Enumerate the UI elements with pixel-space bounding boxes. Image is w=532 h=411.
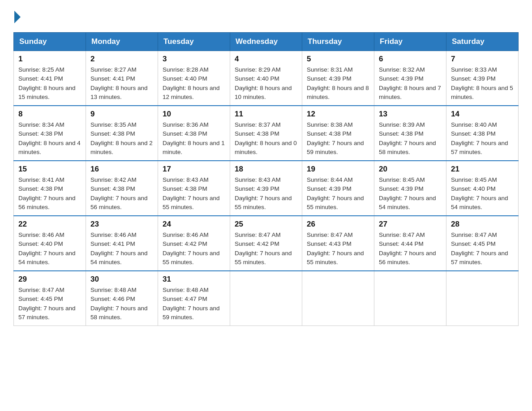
day-info: Sunrise: 8:34 AM Sunset: 4:38 PM Dayligh… [18,120,81,157]
day-info: Sunrise: 8:48 AM Sunset: 4:47 PM Dayligh… [163,286,225,322]
day-info: Sunrise: 8:37 AM Sunset: 4:38 PM Dayligh… [235,120,297,157]
day-info: Sunrise: 8:38 AM Sunset: 4:38 PM Dayligh… [307,120,369,157]
calendar-header-row: SundayMondayTuesdayWednesdayThursdayFrid… [14,33,519,51]
day-info: Sunrise: 8:31 AM Sunset: 4:39 PM Dayligh… [307,65,369,102]
calendar-cell: 17 Sunrise: 8:43 AM Sunset: 4:38 PM Dayl… [158,161,230,216]
day-info: Sunrise: 8:46 AM Sunset: 4:41 PM Dayligh… [90,231,153,267]
day-info: Sunrise: 8:48 AM Sunset: 4:46 PM Dayligh… [90,286,153,322]
calendar-cell: 1 Sunrise: 8:25 AM Sunset: 4:41 PM Dayli… [14,51,86,106]
calendar-cell: 31 Sunrise: 8:48 AM Sunset: 4:47 PM Dayl… [158,271,230,326]
day-info: Sunrise: 8:43 AM Sunset: 4:39 PM Dayligh… [235,176,297,212]
day-number: 16 [90,165,153,174]
day-number: 17 [163,165,225,174]
calendar-cell: 19 Sunrise: 8:44 AM Sunset: 4:39 PM Dayl… [302,161,374,216]
day-info: Sunrise: 8:44 AM Sunset: 4:39 PM Dayligh… [307,176,369,212]
day-info: Sunrise: 8:46 AM Sunset: 4:42 PM Dayligh… [163,231,225,267]
calendar-week-row: 22 Sunrise: 8:46 AM Sunset: 4:40 PM Dayl… [14,216,519,271]
day-info: Sunrise: 8:47 AM Sunset: 4:42 PM Dayligh… [235,231,297,267]
calendar-cell: 18 Sunrise: 8:43 AM Sunset: 4:39 PM Dayl… [230,161,302,216]
calendar-cell: 2 Sunrise: 8:27 AM Sunset: 4:41 PM Dayli… [86,51,158,106]
day-info: Sunrise: 8:25 AM Sunset: 4:41 PM Dayligh… [18,65,81,102]
calendar-cell [446,271,519,326]
calendar-cell: 20 Sunrise: 8:45 AM Sunset: 4:39 PM Dayl… [374,161,446,216]
calendar-cell: 10 Sunrise: 8:36 AM Sunset: 4:38 PM Dayl… [158,106,230,161]
calendar-cell: 28 Sunrise: 8:47 AM Sunset: 4:45 PM Dayl… [446,216,519,271]
page-header [13,9,519,23]
day-number: 29 [18,275,81,284]
day-number: 27 [379,220,442,229]
calendar-cell: 11 Sunrise: 8:37 AM Sunset: 4:38 PM Dayl… [230,106,302,161]
calendar-cell: 26 Sunrise: 8:47 AM Sunset: 4:43 PM Dayl… [302,216,374,271]
calendar-cell: 23 Sunrise: 8:46 AM Sunset: 4:41 PM Dayl… [86,216,158,271]
day-number: 4 [235,55,297,64]
calendar-cell: 13 Sunrise: 8:39 AM Sunset: 4:38 PM Dayl… [374,106,446,161]
day-info: Sunrise: 8:32 AM Sunset: 4:39 PM Dayligh… [379,65,442,102]
logo [13,9,21,23]
day-info: Sunrise: 8:41 AM Sunset: 4:38 PM Dayligh… [18,176,81,212]
day-number: 15 [18,165,81,174]
day-info: Sunrise: 8:47 AM Sunset: 4:43 PM Dayligh… [307,231,369,267]
day-info: Sunrise: 8:28 AM Sunset: 4:40 PM Dayligh… [163,65,225,102]
calendar-cell [374,271,446,326]
day-number: 5 [307,55,369,64]
day-number: 24 [163,220,225,229]
day-info: Sunrise: 8:47 AM Sunset: 4:44 PM Dayligh… [379,231,442,267]
day-number: 22 [18,220,81,229]
calendar-cell: 27 Sunrise: 8:47 AM Sunset: 4:44 PM Dayl… [374,216,446,271]
calendar-cell: 3 Sunrise: 8:28 AM Sunset: 4:40 PM Dayli… [158,51,230,106]
day-info: Sunrise: 8:45 AM Sunset: 4:39 PM Dayligh… [379,176,442,212]
column-header-saturday: Saturday [446,33,519,51]
calendar-cell: 14 Sunrise: 8:40 AM Sunset: 4:38 PM Dayl… [446,106,519,161]
calendar-table: SundayMondayTuesdayWednesdayThursdayFrid… [13,32,519,326]
day-number: 14 [451,110,514,119]
day-number: 28 [451,220,514,229]
calendar-week-row: 8 Sunrise: 8:34 AM Sunset: 4:38 PM Dayli… [14,106,519,161]
day-info: Sunrise: 8:45 AM Sunset: 4:40 PM Dayligh… [451,176,514,212]
day-info: Sunrise: 8:36 AM Sunset: 4:38 PM Dayligh… [163,120,225,157]
calendar-cell: 22 Sunrise: 8:46 AM Sunset: 4:40 PM Dayl… [14,216,86,271]
day-number: 7 [451,55,514,64]
calendar-cell: 29 Sunrise: 8:47 AM Sunset: 4:45 PM Dayl… [14,271,86,326]
calendar-cell: 25 Sunrise: 8:47 AM Sunset: 4:42 PM Dayl… [230,216,302,271]
day-info: Sunrise: 8:39 AM Sunset: 4:38 PM Dayligh… [379,120,442,157]
day-info: Sunrise: 8:47 AM Sunset: 4:45 PM Dayligh… [451,231,514,267]
calendar-cell: 30 Sunrise: 8:48 AM Sunset: 4:46 PM Dayl… [86,271,158,326]
day-info: Sunrise: 8:42 AM Sunset: 4:38 PM Dayligh… [90,176,153,212]
day-info: Sunrise: 8:33 AM Sunset: 4:39 PM Dayligh… [451,65,514,102]
calendar-cell: 24 Sunrise: 8:46 AM Sunset: 4:42 PM Dayl… [158,216,230,271]
calendar-cell: 12 Sunrise: 8:38 AM Sunset: 4:38 PM Dayl… [302,106,374,161]
logo-arrow-icon [14,11,21,23]
day-number: 21 [451,165,514,174]
calendar-cell: 21 Sunrise: 8:45 AM Sunset: 4:40 PM Dayl… [446,161,519,216]
day-number: 8 [18,110,81,119]
column-header-thursday: Thursday [302,33,374,51]
day-number: 18 [235,165,297,174]
calendar-week-row: 15 Sunrise: 8:41 AM Sunset: 4:38 PM Dayl… [14,161,519,216]
day-number: 10 [163,110,225,119]
day-number: 23 [90,220,153,229]
calendar-cell [302,271,374,326]
day-number: 1 [18,55,81,64]
day-number: 20 [379,165,442,174]
day-number: 6 [379,55,442,64]
calendar-cell: 6 Sunrise: 8:32 AM Sunset: 4:39 PM Dayli… [374,51,446,106]
day-info: Sunrise: 8:47 AM Sunset: 4:45 PM Dayligh… [18,286,81,322]
day-info: Sunrise: 8:29 AM Sunset: 4:40 PM Dayligh… [235,65,297,102]
calendar-cell: 5 Sunrise: 8:31 AM Sunset: 4:39 PM Dayli… [302,51,374,106]
day-number: 13 [379,110,442,119]
calendar-cell: 7 Sunrise: 8:33 AM Sunset: 4:39 PM Dayli… [446,51,519,106]
calendar-cell: 9 Sunrise: 8:35 AM Sunset: 4:38 PM Dayli… [86,106,158,161]
day-info: Sunrise: 8:46 AM Sunset: 4:40 PM Dayligh… [18,231,81,267]
column-header-tuesday: Tuesday [158,33,230,51]
day-number: 19 [307,165,369,174]
calendar-cell: 4 Sunrise: 8:29 AM Sunset: 4:40 PM Dayli… [230,51,302,106]
day-number: 31 [163,275,225,284]
day-number: 26 [307,220,369,229]
column-header-monday: Monday [86,33,158,51]
day-info: Sunrise: 8:40 AM Sunset: 4:38 PM Dayligh… [451,120,514,157]
day-number: 3 [163,55,225,64]
calendar-cell [230,271,302,326]
day-number: 30 [90,275,153,284]
day-number: 9 [90,110,153,119]
day-number: 2 [90,55,153,64]
